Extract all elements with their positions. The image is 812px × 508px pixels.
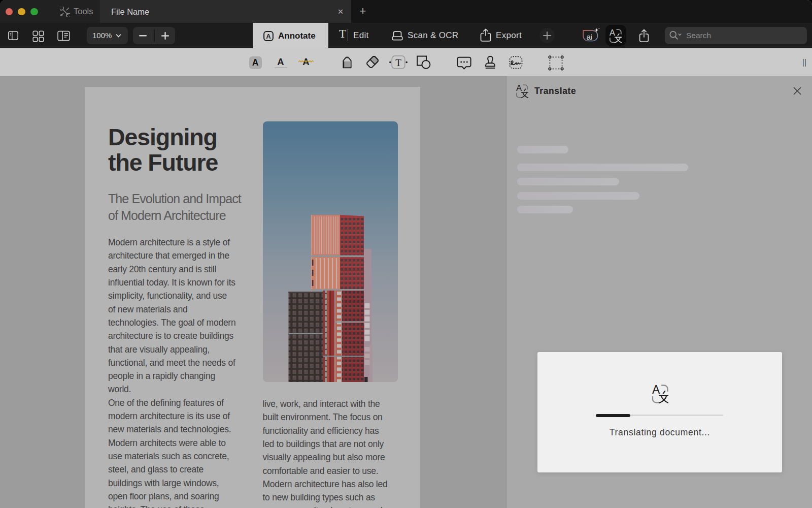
svg-text:A: A [610, 29, 615, 37]
svg-text:A: A [652, 385, 660, 396]
svg-text:A: A [266, 32, 271, 40]
svg-text:T: T [395, 57, 401, 68]
svg-text:A: A [516, 84, 522, 93]
svg-text:ai: ai [586, 33, 592, 41]
